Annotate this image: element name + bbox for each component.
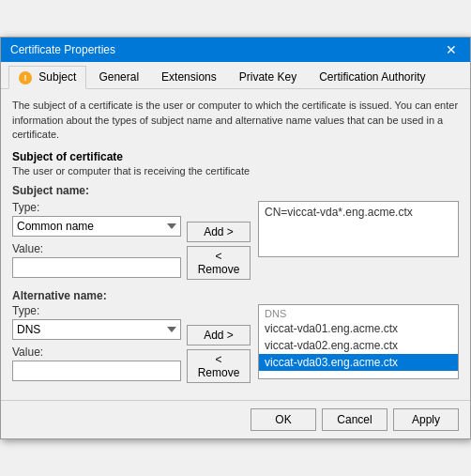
subject-cn-panel: CN=viccat-vda*.eng.acme.ctx — [258, 201, 459, 280]
title-bar: Certificate Properties ✕ — [1, 38, 470, 62]
subject-remove-button[interactable]: < Remove — [187, 246, 251, 280]
dns-list-item-selected[interactable]: viccat-vda03.eng.acme.ctx — [259, 354, 458, 371]
subject-type-label: Type: — [12, 201, 181, 214]
tab-cert-authority[interactable]: Certification Authority — [309, 66, 435, 88]
tab-extensions[interactable]: Extensions — [151, 66, 227, 88]
alt-name-section: Alternative name: Type: DNS Email UPN IP… — [12, 289, 459, 383]
dialog-title: Certificate Properties — [10, 43, 115, 56]
certificate-properties-dialog: Certificate Properties ✕ ! Subject Gener… — [0, 37, 471, 438]
alt-type-label: Type: — [12, 304, 181, 317]
subject-type-select[interactable]: Common name Organization Organizational … — [12, 216, 181, 237]
tab-general[interactable]: General — [88, 66, 149, 88]
tab-private-key[interactable]: Private Key — [229, 66, 307, 88]
tab-extensions-label: Extensions — [161, 70, 217, 84]
alt-type-select[interactable]: DNS Email UPN IP address URL — [12, 319, 181, 340]
subject-value-input[interactable] — [12, 257, 181, 278]
alt-value-input[interactable] — [12, 361, 181, 381]
alt-value-label: Value: — [12, 345, 181, 359]
tab-private-key-label: Private Key — [239, 70, 296, 84]
dns-list-item[interactable]: viccat-vda02.eng.acme.ctx — [259, 337, 458, 354]
cancel-button[interactable]: Cancel — [322, 408, 387, 431]
subject-of-certificate-title: Subject of certificate — [12, 150, 459, 163]
subject-value-label: Value: — [12, 242, 181, 255]
alt-remove-button[interactable]: < Remove — [187, 349, 251, 383]
subject-left-panel: Type: Common name Organization Organizat… — [12, 201, 181, 280]
alt-action-panel: Add > < Remove — [187, 304, 252, 383]
tab-general-label: General — [99, 70, 139, 84]
tab-bar: ! Subject General Extensions Private Key… — [1, 62, 470, 89]
apply-button[interactable]: Apply — [393, 408, 459, 431]
subject-subtitle: The user or computer that is receiving t… — [12, 165, 459, 177]
tab-content: The subject of a certificate is the user… — [1, 89, 470, 392]
warning-icon: ! — [19, 71, 32, 84]
tab-cert-authority-label: Certification Authority — [319, 70, 425, 84]
close-button[interactable]: ✕ — [442, 43, 461, 56]
alt-add-button[interactable]: Add > — [187, 325, 251, 345]
subject-name-label: Subject name: — [12, 184, 459, 197]
alt-name-area: Type: DNS Email UPN IP address URL Value… — [12, 304, 459, 383]
dns-list: DNS viccat-vda01.eng.acme.ctx viccat-vda… — [258, 304, 459, 379]
subject-add-button[interactable]: Add > — [187, 222, 251, 242]
description-text: The subject of a certificate is the user… — [12, 99, 459, 142]
dns-list-header: DNS — [259, 305, 458, 320]
tab-subject-label: Subject — [38, 70, 76, 84]
alt-dns-panel: DNS viccat-vda01.eng.acme.ctx viccat-vda… — [258, 304, 459, 383]
subject-action-panel: Add > < Remove — [187, 201, 252, 280]
alt-left-panel: Type: DNS Email UPN IP address URL Value… — [12, 304, 181, 383]
alt-name-label: Alternative name: — [12, 289, 459, 302]
dialog-footer: OK Cancel Apply — [1, 400, 470, 438]
subject-cn-display: CN=viccat-vda*.eng.acme.ctx — [258, 201, 459, 257]
ok-button[interactable]: OK — [251, 408, 316, 431]
subject-name-area: Type: Common name Organization Organizat… — [12, 201, 459, 280]
dns-list-item[interactable]: viccat-vda01.eng.acme.ctx — [259, 320, 458, 337]
tab-subject[interactable]: ! Subject — [8, 66, 86, 89]
